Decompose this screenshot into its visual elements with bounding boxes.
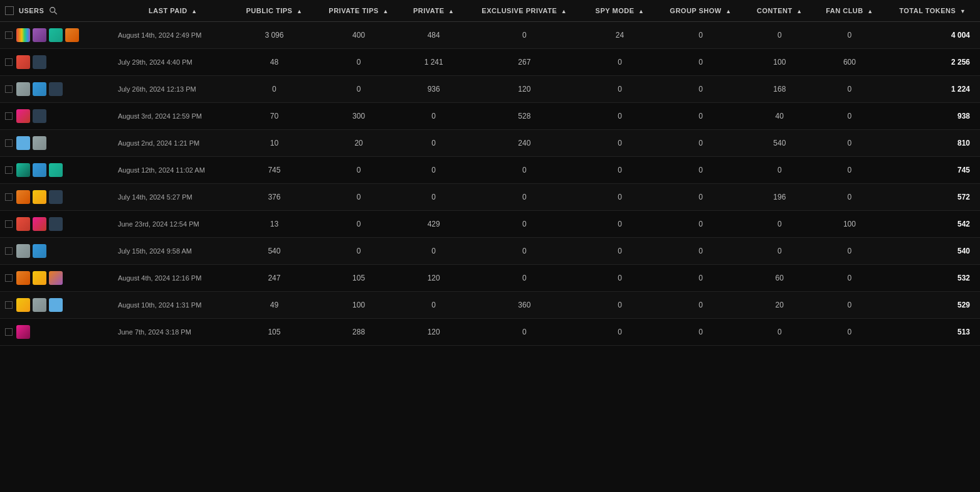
exclusive-private-column-header[interactable]: EXCLUSIVE PRIVATE ▲	[465, 0, 583, 22]
total-tokens-cell: 532	[885, 265, 980, 292]
public-tips-cell: 48	[233, 49, 315, 76]
avatar	[33, 55, 46, 69]
avatar	[16, 190, 30, 204]
fan-club-cell: 0	[814, 130, 885, 157]
last-paid-cell: June 7th, 2024 3:18 PM	[113, 319, 233, 346]
exclusive-private-cell: 0	[465, 238, 583, 265]
group-show-cell: 0	[656, 238, 746, 265]
fan-club-cell: 0	[814, 292, 885, 319]
fan-club-cell: 0	[814, 22, 885, 49]
exclusive-private-cell: 528	[465, 103, 583, 130]
avatar	[16, 298, 30, 312]
avatar-group	[16, 298, 63, 312]
last-paid-sort-arrow: ▲	[191, 8, 197, 14]
content-cell: 0	[745, 238, 814, 265]
users-label: USERS	[19, 7, 44, 14]
table-header-row: USERS LAST PAID ▲ PUBLIC TIPS ▲	[0, 0, 980, 22]
private-cell: 120	[402, 319, 465, 346]
private-tips-cell: 20	[315, 130, 402, 157]
public-tips-column-header[interactable]: PUBLIC TIPS ▲	[233, 0, 315, 22]
user-cell	[0, 184, 113, 211]
content-cell: 540	[745, 130, 814, 157]
private-column-header[interactable]: PRIVATE ▲	[402, 0, 465, 22]
private-cell: 0	[402, 184, 465, 211]
fan-club-column-header[interactable]: FAN CLUB ▲	[814, 0, 885, 22]
row-checkbox[interactable]	[5, 220, 13, 228]
row-checkbox[interactable]	[5, 301, 13, 309]
spy-mode-cell: 0	[583, 49, 656, 76]
private-tips-cell: 400	[315, 22, 402, 49]
last-paid-cell: August 4th, 2024 12:16 PM	[113, 265, 233, 292]
spy-mode-cell: 0	[583, 184, 656, 211]
private-tips-column-header[interactable]: PRIVATE TIPS ▲	[315, 0, 402, 22]
row-checkbox[interactable]	[5, 58, 13, 66]
total-tokens-sort-arrow: ▼	[960, 8, 966, 14]
last-paid-cell: July 29th, 2024 4:40 PM	[113, 49, 233, 76]
fan-club-cell: 0	[814, 265, 885, 292]
spy-mode-cell: 0	[583, 211, 656, 238]
user-cell	[0, 157, 113, 184]
avatar-group	[16, 82, 63, 96]
avatar	[49, 190, 63, 204]
total-tokens-cell: 529	[885, 292, 980, 319]
table-body: August 14th, 2024 2:49 PM3 0964004840240…	[0, 22, 980, 346]
avatar	[16, 136, 30, 150]
group-show-cell: 0	[656, 157, 746, 184]
spy-mode-cell: 0	[583, 103, 656, 130]
content-column-header[interactable]: CONTENT ▲	[745, 0, 814, 22]
group-show-cell: 0	[656, 49, 746, 76]
row-checkbox[interactable]	[5, 112, 13, 120]
group-show-cell: 0	[656, 319, 746, 346]
fan-club-cell: 0	[814, 76, 885, 103]
avatar	[49, 298, 63, 312]
group-show-cell: 0	[656, 76, 746, 103]
spy-mode-cell: 0	[583, 157, 656, 184]
last-paid-cell: July 15th, 2024 9:58 AM	[113, 238, 233, 265]
group-show-column-header[interactable]: GROUP SHOW ▲	[656, 0, 746, 22]
avatar-group	[16, 109, 46, 123]
table-row: July 15th, 2024 9:58 AM5400000000540	[0, 238, 980, 265]
group-show-cell: 0	[656, 265, 746, 292]
table-row: August 2nd, 2024 1:21 PM1020024000540081…	[0, 130, 980, 157]
row-checkbox[interactable]	[5, 274, 13, 282]
group-show-cell: 0	[656, 292, 746, 319]
group-show-cell: 0	[656, 103, 746, 130]
avatar	[16, 55, 30, 69]
private-tips-cell: 0	[315, 238, 402, 265]
private-sort-arrow: ▲	[448, 8, 454, 14]
row-checkbox[interactable]	[5, 193, 13, 201]
row-checkbox[interactable]	[5, 31, 13, 39]
search-icon[interactable]	[49, 6, 58, 15]
avatar-group	[16, 190, 63, 204]
user-cell	[0, 49, 113, 76]
private-cell: 0	[402, 130, 465, 157]
content-cell: 40	[745, 103, 814, 130]
select-all-checkbox[interactable]	[5, 6, 14, 15]
avatar-group	[16, 28, 79, 42]
table-row: August 3rd, 2024 12:59 PM703000528004009…	[0, 103, 980, 130]
avatar	[33, 244, 46, 258]
avatar	[49, 217, 63, 231]
content-cell: 20	[745, 292, 814, 319]
table-row: June 23rd, 2024 12:54 PM1304290000100542	[0, 211, 980, 238]
last-paid-cell: July 26th, 2024 12:13 PM	[113, 76, 233, 103]
spy-mode-column-header[interactable]: SPY MODE ▲	[583, 0, 656, 22]
total-tokens-column-header[interactable]: TOTAL TOKENS ▼	[885, 0, 980, 22]
exclusive-private-cell: 120	[465, 76, 583, 103]
public-tips-sort-arrow: ▲	[297, 8, 302, 14]
spy-mode-cell: 0	[583, 319, 656, 346]
users-column-header[interactable]: USERS	[0, 0, 113, 22]
row-checkbox[interactable]	[5, 328, 13, 336]
row-checkbox[interactable]	[5, 139, 13, 147]
svg-line-1	[55, 12, 57, 14]
public-tips-cell: 540	[233, 238, 315, 265]
last-paid-column-header[interactable]: LAST PAID ▲	[113, 0, 233, 22]
spy-mode-cell: 24	[583, 22, 656, 49]
avatar	[49, 28, 63, 42]
public-tips-cell: 49	[233, 292, 315, 319]
row-checkbox[interactable]	[5, 247, 13, 255]
total-tokens-cell: 540	[885, 238, 980, 265]
row-checkbox[interactable]	[5, 166, 13, 174]
table-row: July 29th, 2024 4:40 PM4801 241267001006…	[0, 49, 980, 76]
row-checkbox[interactable]	[5, 85, 13, 93]
